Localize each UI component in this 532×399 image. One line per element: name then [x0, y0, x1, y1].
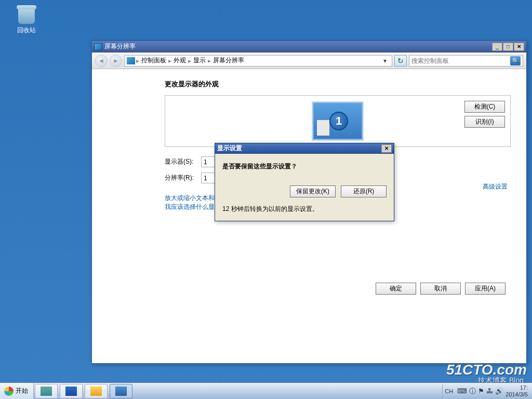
breadcrumb[interactable]: ▸ 控制面板 ▸ 外观 ▸ 显示 ▸ 屏幕分辨率 ▾ [124, 55, 392, 66]
windows-logo-icon [4, 387, 14, 396]
powershell-icon [65, 387, 77, 396]
folder-icon [90, 387, 102, 396]
taskbar-display-settings[interactable] [110, 384, 132, 398]
language-indicator[interactable]: CH [442, 384, 455, 398]
start-button[interactable]: 开始 [0, 383, 34, 400]
text-size-link[interactable]: 放大或缩小文本和 [165, 194, 215, 202]
taskbar-server-manager[interactable] [35, 384, 58, 398]
display-icon [115, 387, 127, 396]
tray-network-icon[interactable]: 🖧 [486, 387, 493, 395]
taskbar-powershell[interactable] [60, 384, 83, 398]
breadcrumb-control-panel[interactable]: 控制面板 [139, 56, 168, 65]
window-titlebar[interactable]: 屏幕分辨率 _ □ ✕ [92, 41, 526, 52]
breadcrumb-display[interactable]: 显示 [191, 56, 208, 65]
system-tray: CH ⌨ ⓘ ⚑ 🖧 🔊 17: 2014/3/5 [442, 384, 532, 398]
refresh-button[interactable]: ↻ [394, 55, 407, 66]
dialog-countdown: 12 秒钟后转换为以前的显示设置。 [222, 205, 387, 214]
monitor-1-preview[interactable]: 1 [313, 102, 363, 140]
revert-button[interactable]: 还原(R) [341, 185, 387, 197]
forward-button[interactable]: ► [110, 55, 122, 67]
minimize-button[interactable]: _ [492, 43, 502, 51]
recycle-bin-label: 回收站 [8, 26, 45, 35]
display-label: 显示器(S): [165, 157, 201, 166]
keep-changes-button[interactable]: 保留更改(K) [290, 185, 336, 197]
identify-button[interactable]: 识别(I) [464, 116, 505, 128]
taskbar-explorer[interactable] [85, 384, 108, 398]
breadcrumb-dropdown[interactable]: ▾ [380, 57, 390, 64]
keep-settings-dialog: 显示设置 ✕ 是否要保留这些显示设置？ 保留更改(K) 还原(R) 12 秒钟后… [215, 143, 394, 221]
cancel-button[interactable]: 取消 [420, 283, 461, 295]
server-manager-icon [41, 387, 52, 396]
app-icon [94, 43, 102, 50]
close-button[interactable]: ✕ [514, 43, 524, 51]
back-button[interactable]: ◄ [95, 55, 108, 67]
detect-button[interactable]: 检测(C) [464, 101, 505, 113]
tray-help-icon[interactable]: ⓘ [469, 387, 476, 396]
start-label: 开始 [16, 387, 28, 395]
recycle-bin[interactable]: 回收站 [8, 3, 45, 35]
advanced-settings-link[interactable]: 高级设置 [483, 182, 508, 191]
page-heading: 更改显示器的外观 [165, 79, 511, 89]
dialog-title: 显示设置 [217, 144, 242, 153]
tray-volume-icon[interactable]: 🔊 [495, 387, 503, 395]
recycle-bin-icon [16, 3, 37, 24]
search-icon[interactable]: 🔍 [510, 56, 521, 65]
nav-toolbar: ◄ ► ▸ 控制面板 ▸ 外观 ▸ 显示 ▸ 屏幕分辨率 ▾ ↻ 🔍 [92, 52, 526, 69]
tray-keyboard-icon[interactable]: ⌨ [457, 387, 467, 395]
monitor-number: 1 [329, 112, 348, 130]
taskbar: 开始 CH ⌨ ⓘ ⚑ 🖧 🔊 17: 2014/3/5 [0, 382, 532, 399]
breadcrumb-appearance[interactable]: 外观 [171, 56, 188, 65]
search-box[interactable]: 🔍 [409, 55, 523, 66]
maximize-button[interactable]: □ [503, 43, 513, 51]
clock[interactable]: 17: 2014/3/5 [506, 384, 528, 398]
ok-button[interactable]: 确定 [376, 283, 416, 295]
clock-date: 2014/3/5 [506, 391, 528, 398]
resolution-label: 分辨率(R): [165, 174, 201, 182]
monitor-preview-box: 1 检测(C) 识别(I) [165, 95, 511, 147]
dialog-close-button[interactable]: ✕ [381, 144, 392, 153]
window-title: 屏幕分辨率 [104, 42, 136, 51]
dialog-question: 是否要保留这些显示设置？ [222, 162, 387, 171]
dialog-titlebar[interactable]: 显示设置 ✕ [215, 143, 394, 154]
tray-flag-icon[interactable]: ⚑ [478, 387, 484, 395]
apply-button[interactable]: 应用(A) [465, 283, 506, 295]
breadcrumb-resolution[interactable]: 屏幕分辨率 [211, 56, 246, 65]
control-panel-icon [127, 57, 135, 64]
clock-time: 17: [506, 384, 528, 391]
search-input[interactable] [411, 57, 510, 64]
